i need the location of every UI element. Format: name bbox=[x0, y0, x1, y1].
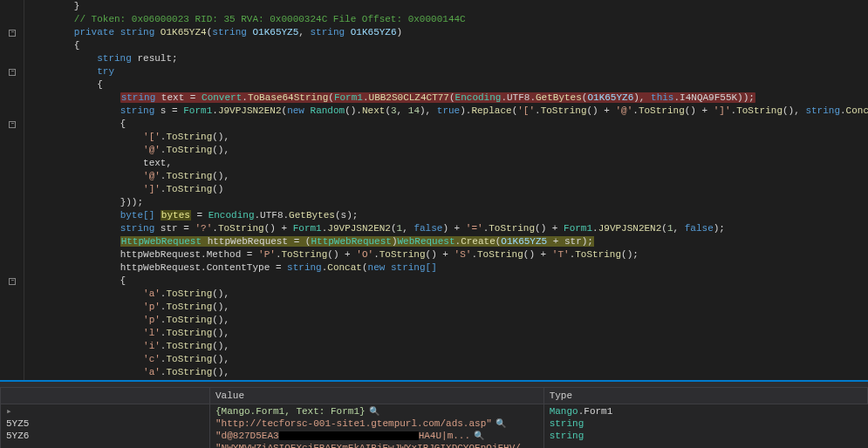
watch-row[interactable]: ▸ {Mango.Form1, Text: Form1}🔍 Mango.Form… bbox=[1, 404, 868, 418]
expand-icon[interactable]: ▸ bbox=[6, 405, 15, 417]
watch-value: {Mango.Form1, Text: Form1} bbox=[215, 406, 366, 417]
fold-icon[interactable] bbox=[9, 69, 16, 76]
hl-bytes: bytes bbox=[161, 210, 191, 221]
kw-private: private bbox=[74, 27, 114, 37]
code-comment: // Token: 0x06000023 RID: 35 RVA: 0x0000… bbox=[28, 14, 466, 24]
watch-table: Value Type ▸ {Mango.Form1, Text: Form1}🔍… bbox=[0, 387, 868, 448]
fold-icon[interactable] bbox=[9, 30, 16, 37]
watch-row[interactable]: "NWYMVWZiASIQFXcjFBAFXmFkAIBjEwJWYxIBJGI… bbox=[1, 442, 868, 448]
fold-icon[interactable] bbox=[9, 278, 16, 285]
watch-name: 5YZ6 bbox=[6, 431, 29, 441]
magnifier-icon[interactable]: 🔍 bbox=[474, 431, 484, 441]
col-value-header[interactable]: Value bbox=[210, 388, 544, 404]
redacted-block bbox=[279, 431, 419, 440]
gutter bbox=[0, 0, 24, 380]
watch-value: "d@827D5EA3 bbox=[215, 431, 279, 441]
method-name: O1K65YZ4 bbox=[161, 27, 207, 37]
param2: O1K65YZ6 bbox=[351, 27, 397, 37]
highlighted-line-1: string text = Convert.ToBase64String(For… bbox=[120, 92, 755, 103]
watch-row[interactable]: 5YZ5 "http://tecforsc-001-site1.gtempurl… bbox=[1, 417, 868, 430]
debug-watch-panel[interactable]: Value Type ▸ {Mango.Form1, Text: Form1}🔍… bbox=[0, 380, 868, 448]
code-area[interactable]: } // Token: 0x06000023 RID: 35 RVA: 0x00… bbox=[24, 0, 868, 380]
watch-row[interactable]: 5YZ6 "d@827D5EA3HA4U|m...🔍 string bbox=[1, 430, 868, 442]
magnifier-icon[interactable]: 🔍 bbox=[369, 406, 379, 417]
watch-value: "http://tecforsc-001-site1.gtempurl.com/… bbox=[215, 418, 492, 429]
param1: O1K65YZ5 bbox=[253, 27, 299, 37]
watch-type: string bbox=[550, 431, 584, 441]
type-class: .Form1 bbox=[578, 406, 613, 417]
watch-type: string bbox=[550, 418, 584, 429]
col-name-header[interactable] bbox=[1, 388, 210, 404]
watch-value: "NWYMVWZiASIQFXcjFBAFXmFkAIBjEwJWYxIBJGI… bbox=[215, 443, 538, 448]
code-editor[interactable]: } // Token: 0x06000023 RID: 35 RVA: 0x00… bbox=[0, 0, 868, 380]
kw-string: string bbox=[120, 27, 155, 37]
highlighted-line-2: HttpWebRequest httpWebRequest = (HttpWeb… bbox=[120, 236, 594, 247]
watch-name: 5YZ5 bbox=[6, 418, 29, 429]
type-namespace[interactable]: Mango bbox=[550, 406, 578, 417]
magnifier-icon[interactable]: 🔍 bbox=[496, 418, 506, 429]
col-type-header[interactable]: Type bbox=[543, 388, 867, 404]
fold-icon[interactable] bbox=[9, 121, 16, 128]
code-token: } bbox=[28, 1, 79, 11]
kw-try: try bbox=[97, 66, 114, 77]
